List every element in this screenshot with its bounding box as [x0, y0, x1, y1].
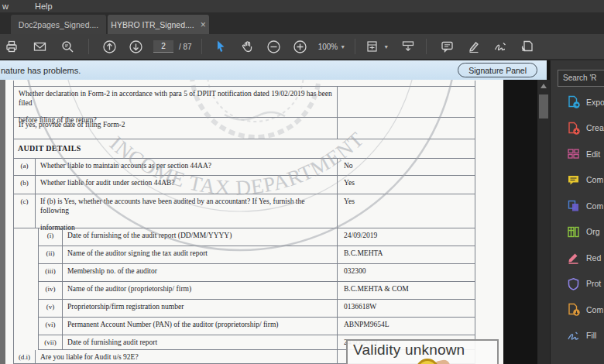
email-icon — [33, 39, 47, 53]
question-cell: Name of the auditor signing the tax audi… — [63, 246, 337, 263]
tool-organize-pages[interactable]: Org — [551, 219, 604, 246]
page-fit-dropdown[interactable]: ▼ — [365, 36, 389, 57]
select-tool-button[interactable] — [212, 36, 229, 57]
zoom-in-button[interactable] — [292, 36, 309, 57]
menu-item-window[interactable]: w — [0, 0, 13, 12]
menu-item-help[interactable]: Help — [30, 0, 57, 12]
table-row: If yes, provide date of filing Form-2 — [14, 118, 475, 139]
email-button[interactable] — [31, 36, 48, 57]
tool-create-pdf[interactable]: Crea — [551, 115, 604, 142]
organize-pages-icon — [567, 225, 580, 239]
tool-label: Edit — [586, 149, 600, 159]
pdf-page: INCOME TAX DEPARTMENT Whether declaratio… — [5, 80, 503, 364]
question-cell: Whether declaration in Form-2 in accorda… — [14, 87, 337, 117]
page-count-label: / 87 — [179, 43, 192, 51]
highlight-tool-button[interactable] — [465, 36, 482, 57]
sign-tool-button[interactable] — [492, 36, 510, 57]
row-id-cell: (d.i) — [14, 350, 36, 363]
tool-export-pdf[interactable]: Expo — [551, 89, 604, 115]
tool-compress-pdf[interactable]: Com — [551, 297, 604, 323]
value-cell: Yes — [337, 194, 475, 228]
arrow-down-circle-icon — [129, 39, 143, 54]
page-fit-icon — [365, 39, 381, 53]
row-id-cell: (vii) — [39, 335, 63, 349]
print-icon — [5, 39, 19, 53]
signature-panel-button[interactable]: Signature Panel — [458, 63, 537, 77]
value-cell: Yes — [337, 176, 475, 194]
itr-table: Whether declaration in Form-2 in accorda… — [13, 81, 475, 364]
redact-icon — [567, 251, 580, 264]
tab-doc2pages[interactable]: Doc2pages_Signed.... — [11, 15, 106, 34]
tool-combine-files[interactable]: Com — [551, 193, 604, 219]
page-left-edge — [0, 80, 5, 364]
hand-icon — [241, 39, 255, 53]
row-id-cell: (iv) — [39, 282, 63, 299]
table-row: (ii)Name of the auditor signing the tax … — [38, 246, 475, 264]
vertical-scrollbar[interactable] — [537, 80, 550, 364]
zoom-out-button[interactable] — [266, 36, 283, 57]
scrolling-pages-icon — [400, 39, 416, 53]
tools-list: ExpoCreaEditComComOrgRedProtComFill — [551, 89, 604, 349]
previous-page-button[interactable] — [101, 36, 118, 57]
row-id-cell: (iii) — [39, 264, 63, 281]
document-canvas: INCOME TAX DEPARTMENT Whether declaratio… — [0, 80, 550, 364]
tool-fill-sign[interactable]: Fill — [551, 323, 604, 349]
export-pdf-icon — [567, 95, 580, 108]
tab-label: HYBRO ITR_Signed.... — [111, 20, 194, 29]
value-cell — [337, 118, 475, 139]
tool-label: Expo — [586, 98, 604, 107]
question-cell: If (b) is Yes, whether the accounts have… — [36, 194, 337, 228]
table-row: (b)Whether liable for audit under sectio… — [14, 176, 475, 194]
tool-label: Red — [586, 253, 601, 263]
stamp-title: Validity unknown — [353, 342, 497, 359]
tool-label: Com — [586, 305, 603, 314]
pointer-icon — [214, 39, 228, 53]
stamp-icon — [520, 39, 536, 53]
question-seal-icon: ? — [416, 359, 439, 364]
scrollbar-thumb[interactable] — [539, 94, 548, 118]
tool-redact[interactable]: Red — [551, 245, 604, 271]
scroll-mode-button[interactable] — [400, 36, 417, 57]
document-tab-bar: Doc2pages_Signed.... HYBRO ITR_Signed...… — [0, 12, 604, 34]
comment-icon — [567, 173, 580, 187]
comment-tool-button[interactable] — [438, 36, 455, 57]
value-cell: 24/09/2019 — [337, 228, 475, 246]
tool-protect[interactable]: Prot — [551, 271, 604, 297]
table-row — [14, 81, 475, 87]
tools-search-input[interactable]: Search 'R — [558, 70, 604, 87]
tool-label: Org — [586, 227, 600, 236]
question-cell: Whether liable for audit under section 4… — [36, 176, 337, 194]
ink-signature-icon — [493, 39, 509, 53]
value-cell: ABNPM9654L — [337, 318, 475, 335]
search-icon — [60, 39, 75, 54]
arrow-up-circle-icon — [102, 39, 117, 54]
question-cell: Name of the auditor (proprietorship/ fir… — [63, 282, 337, 299]
highlighter-icon — [467, 39, 481, 53]
close-icon[interactable]: × — [201, 21, 206, 29]
stamp-tool-button[interactable] — [520, 36, 537, 57]
hand-tool-button[interactable] — [239, 36, 256, 57]
page-number-input[interactable]: 2 — [153, 40, 173, 53]
signature-validity-stamp[interactable]: Validity unknown ? — [346, 339, 499, 364]
table-row: AUDIT DETAILS — [14, 139, 475, 159]
zoom-level-dropdown[interactable]: 100% ▼ — [318, 36, 346, 57]
print-button[interactable] — [3, 36, 20, 57]
tool-edit-pdf[interactable]: Edit — [551, 141, 604, 167]
question-cell: Permanent Account Number (PAN) of the au… — [63, 318, 337, 335]
row-id-cell: (ii) — [39, 246, 63, 263]
tab-hybro-itr[interactable]: HYBRO ITR_Signed.... × — [108, 15, 209, 34]
next-page-button[interactable] — [127, 36, 144, 57]
row-id-cell: (c) — [14, 194, 36, 228]
tool-comment[interactable]: Com — [551, 167, 604, 194]
table-row: (a)Whether liable to maintain accounts a… — [14, 159, 475, 176]
question-cell: Membership no. of the auditor — [63, 264, 337, 281]
row-id-cell: (b) — [14, 176, 36, 194]
question-cell: Are you liable for Audit u/s 92E? — [36, 350, 337, 363]
value-cell: 0136618W — [337, 300, 475, 317]
comment-bubble-icon — [440, 39, 455, 53]
minus-circle-icon — [266, 39, 281, 54]
edit-pdf-icon — [567, 147, 580, 160]
search-button[interactable] — [59, 36, 76, 57]
scroll-up-arrow-icon[interactable] — [541, 84, 547, 88]
table-row: Whether declaration in Form-2 in accorda… — [14, 87, 475, 118]
